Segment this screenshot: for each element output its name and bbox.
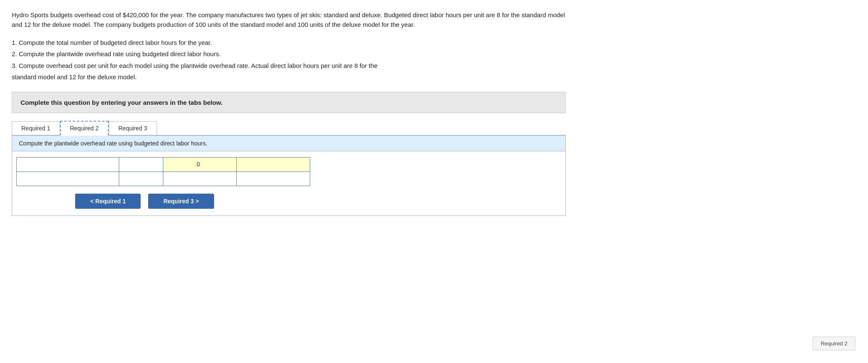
intro-text: Hydro Sports budgets overhead cost of $4… xyxy=(12,11,565,28)
row1-input1[interactable] xyxy=(18,158,117,171)
tab-required2-label: Required 2 xyxy=(70,125,99,132)
row1-col4 xyxy=(237,157,310,171)
tab-description: Compute the plantwide overhead rate usin… xyxy=(12,136,565,151)
tab-required1[interactable]: Required 1 xyxy=(12,121,60,135)
row2-input1[interactable] xyxy=(18,172,117,186)
answer-table: 0 xyxy=(16,157,310,186)
row1-input4[interactable] xyxy=(238,158,308,171)
intro-paragraph: Hydro Sports budgets overhead cost of $4… xyxy=(12,10,566,30)
row2-input2[interactable] xyxy=(121,172,162,186)
complete-box: Complete this question by entering your … xyxy=(12,92,566,113)
prev-button-label: < Required 1 xyxy=(90,198,125,205)
nav-buttons: < Required 1 Required 3 > xyxy=(16,194,310,209)
next-button[interactable]: Required 3 > xyxy=(148,194,214,209)
instruction-3-part1: 3. Compute overhead cost per unit for ea… xyxy=(12,62,377,69)
row2-col4 xyxy=(237,171,310,186)
table-row: 0 xyxy=(17,157,310,171)
next-button-label: Required 3 > xyxy=(163,198,199,205)
row2-col2 xyxy=(119,171,163,186)
instruction-3-cont: standard model and 12 for the deluxe mod… xyxy=(12,72,566,83)
complete-label: Complete this question by entering your … xyxy=(21,99,222,106)
table-area: 0 xyxy=(12,151,565,215)
instruction-3: 3. Compute overhead cost per unit for ea… xyxy=(12,60,566,71)
row1-input2[interactable] xyxy=(121,158,162,171)
table-row xyxy=(17,171,310,186)
tab-required3-label: Required 3 xyxy=(118,125,147,132)
zero-value: 0 xyxy=(197,161,200,168)
row1-col3: 0 xyxy=(163,157,237,171)
instruction-1: 1. Compute the total number of budgeted … xyxy=(12,37,566,48)
tab-required2[interactable]: Required 2 xyxy=(60,121,109,136)
tab-required3[interactable]: Required 3 xyxy=(109,121,157,135)
instructions-block: 1. Compute the total number of budgeted … xyxy=(12,37,566,83)
row2-input3[interactable] xyxy=(165,172,234,186)
row1-col1 xyxy=(17,157,119,171)
row1-col2 xyxy=(119,157,163,171)
tabs-container: Required 1 Required 2 Required 3 xyxy=(12,121,566,136)
tab-content: Compute the plantwide overhead rate usin… xyxy=(12,136,566,216)
tab-required1-label: Required 1 xyxy=(21,125,50,132)
row2-col3 xyxy=(163,171,237,186)
instruction-2: 2. Compute the plantwide overhead rate u… xyxy=(12,49,566,60)
row2-col1 xyxy=(17,171,119,186)
row2-input4[interactable] xyxy=(238,172,308,186)
prev-button[interactable]: < Required 1 xyxy=(75,194,141,209)
